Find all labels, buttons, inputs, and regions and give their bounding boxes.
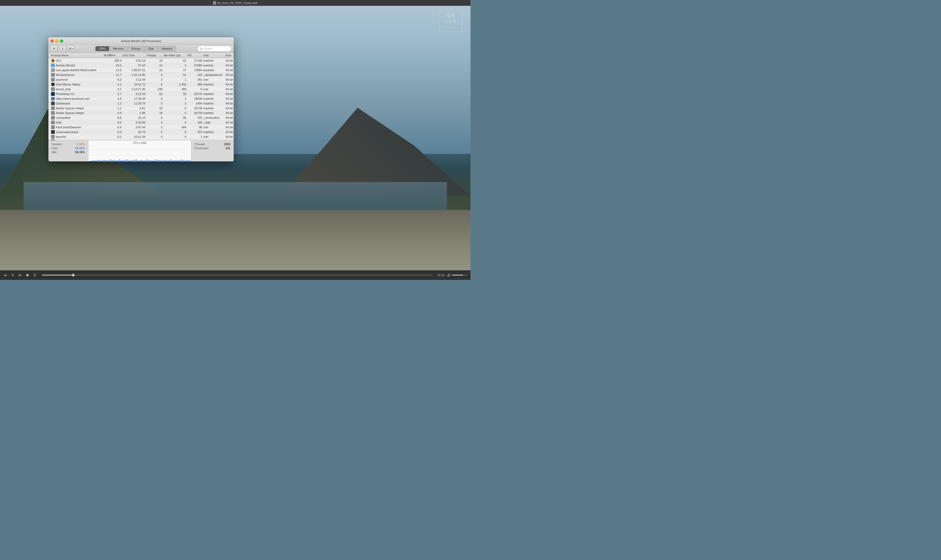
process-user: _windowserver	[203, 73, 225, 77]
table-row[interactable]: f https://www.facebook.com 2.4 17:39.28 …	[48, 96, 234, 101]
process-user: martinlo	[203, 83, 225, 86]
table-row[interactable]: Activity Monitor 20.0 57.54 14 4 27089 m…	[48, 63, 234, 68]
process-kind: 64 bit	[225, 121, 234, 124]
table-row[interactable]: Adobe Spaces Helper 1.1 6.81 18 0 26738 …	[48, 106, 234, 111]
process-pid: 14306	[187, 140, 203, 140]
process-idle-wakeups: 62	[163, 59, 187, 62]
volume-bar[interactable]	[452, 275, 468, 275]
playlist-button[interactable]: ☰	[32, 273, 37, 277]
process-kind: 64 bit	[225, 140, 234, 140]
process-idle-wakeups: 4	[163, 63, 187, 67]
process-cpu: 2.4	[103, 97, 122, 100]
process-threads: 14	[146, 63, 163, 67]
search-box[interactable]: 🔍 Search	[197, 46, 231, 52]
process-name: Adobe Spaces Helper	[51, 106, 103, 110]
process-cpu: 4.1	[103, 83, 122, 86]
process-user: _hidd	[203, 121, 225, 124]
tab-network[interactable]: Network	[158, 46, 176, 51]
col-pid[interactable]: PID	[187, 54, 203, 57]
process-cpu: 0.5	[103, 121, 122, 124]
table-row[interactable]: universalaccessd 0.3 40.75 5 0 337 marti…	[48, 129, 234, 134]
table-row[interactable]: Adobe Spaces Helper 0.9 5.88 19 0 26739 …	[48, 111, 234, 115]
tab-memory[interactable]: Memory	[109, 46, 128, 51]
idle-label: Idle:	[52, 151, 57, 154]
process-threads: 18	[146, 106, 163, 110]
process-idle-wakeups: 37	[163, 68, 187, 72]
process-name: launchd	[51, 135, 103, 139]
col-process-name[interactable]: Process Name	[51, 54, 103, 57]
file-icon	[213, 1, 216, 5]
idle-value: 69.28%	[75, 151, 85, 154]
process-cpu-time: 3:12.53	[122, 92, 146, 96]
process-user: _coreaudiod	[203, 116, 225, 120]
minimize-button[interactable]	[55, 39, 59, 43]
col-threads[interactable]: Threads	[146, 54, 163, 57]
col-kind[interactable]: Kind	[225, 54, 234, 57]
tab-energy[interactable]: Energy	[128, 46, 145, 51]
back-button[interactable]: ✕	[51, 46, 57, 52]
threads-label: Threads	[194, 143, 205, 146]
table-row[interactable]: Ps Photoshop CC 2.7 3:12.53 62 50 26732 …	[48, 92, 234, 96]
process-kind: 64 bit	[225, 116, 234, 120]
gear-button[interactable]: ⚙ ▾	[68, 46, 74, 52]
table-row[interactable]: coreaudiod 0.6 15.14 6 66 155 _coreaudio…	[48, 115, 234, 120]
table-row[interactable]: iStat Menus Status 4.1 15:41.72 6 1,450 …	[48, 82, 234, 87]
play-pause-button[interactable]: ⏸	[10, 273, 15, 277]
process-threads: 5	[146, 102, 163, 105]
tab-cpu[interactable]: CPU	[95, 46, 109, 51]
table-row[interactable]: Dashboard 1.2 11:29.79 5 2 1404 martinlo…	[48, 101, 234, 106]
process-threads: 2	[146, 125, 163, 129]
process-cpu-time: 3:25.66	[122, 121, 146, 124]
table-row[interactable]: FanControlDaemon 0.4 3:47.44 2 494 98 ro…	[48, 125, 234, 129]
zoom-button[interactable]	[60, 39, 63, 43]
table-row[interactable]: launchd 0.2 10:51.28 4 0 1 root 64 bit	[48, 134, 234, 139]
col-idle-wakeups[interactable]: Idle Wake Ups	[163, 54, 187, 57]
threads-stat: Threads 2803	[194, 143, 231, 146]
process-user: martinlo	[203, 59, 225, 62]
table-row[interactable]: 🎬 VLC 286.9 4:03.18 19 62 27190 martinlo…	[48, 58, 234, 63]
process-pid: 0	[187, 87, 203, 91]
process-cpu: 2.7	[103, 92, 122, 96]
process-threads: 10	[146, 68, 163, 72]
table-row[interactable]: kernel_task 3.1 1:14:27.36 236 380 0 roo…	[48, 87, 234, 92]
table-row[interactable]: com.apple.WebKit.WebContent 14.5 1:00:57…	[48, 68, 234, 72]
process-cpu: 3.1	[103, 87, 122, 91]
search-placeholder: Search	[204, 47, 213, 50]
process-cpu-time: 17:39.28	[122, 97, 146, 100]
am-toolbar: ✕ ℹ ⚙ ▾ CPU Memory Energy Disk Network 🔍…	[48, 45, 234, 53]
process-cpu-time: 40.75	[122, 130, 146, 134]
traffic-lights	[51, 39, 63, 43]
col-user[interactable]: User	[203, 54, 225, 57]
process-user: martinlo	[203, 63, 225, 67]
4k-label: 4K	[442, 11, 459, 19]
process-cpu: 0.2	[103, 135, 122, 138]
process-user: martinlo	[203, 130, 225, 134]
next-button[interactable]: ⏭	[17, 273, 23, 277]
process-threads: 62	[146, 92, 163, 96]
process-name: Ps Photoshop CC	[51, 92, 103, 96]
process-name: 🎬 VLC	[51, 58, 103, 63]
stop-button[interactable]: ⏹	[25, 273, 30, 277]
resolution-label: 3,840 × 2,160 Pixels	[442, 26, 459, 29]
table-row[interactable]: WindowServer 11.7 1:41:14.95 5 51 244 _w…	[48, 72, 234, 77]
process-threads: 8	[146, 97, 163, 100]
table-row[interactable]: sysmond 8.2 2:12.49 3 1 281 root 64 bit	[48, 77, 234, 82]
player-bar: ⏮ ⏸ ⏭ ⏹ ☰ 01:52 🔊	[0, 270, 470, 280]
process-name: Ps Adobe Photoshop CC 2018	[51, 139, 103, 140]
table-row[interactable]: Ps Adobe Photoshop CC 2018 0.2 5:07.18 5…	[48, 139, 234, 140]
process-cpu: 0.4	[103, 125, 122, 129]
chevron-down-icon: ▾	[72, 48, 73, 50]
process-pid: 18038	[187, 97, 203, 100]
info-button[interactable]: ℹ	[59, 46, 66, 52]
col-cpu[interactable]: % CPU ▾	[103, 54, 122, 57]
tab-disk[interactable]: Disk	[145, 46, 158, 51]
prev-button[interactable]: ⏮	[3, 273, 8, 277]
progress-bar[interactable]	[42, 275, 433, 275]
col-cpu-time[interactable]: CPU Time	[122, 54, 146, 57]
cpu-load-label: CPU LOAD	[133, 142, 146, 145]
process-cpu-time: 4:03.18	[122, 59, 146, 62]
close-button[interactable]	[51, 39, 54, 43]
process-threads: 5	[146, 73, 163, 77]
process-cpu: 0.3	[103, 130, 122, 134]
table-row[interactable]: hidd 0.5 3:25.66 4 0 109 _hidd 64 bit	[48, 120, 234, 125]
